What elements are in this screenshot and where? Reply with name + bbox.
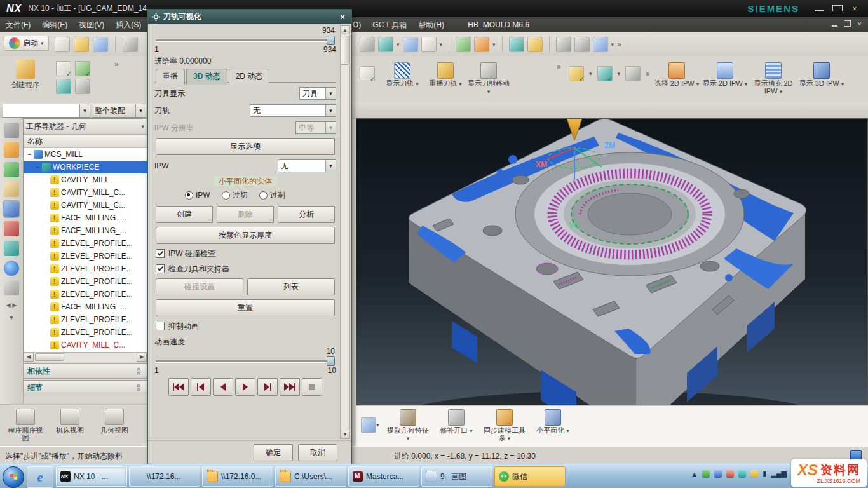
snap-point-icon[interactable]	[556, 37, 571, 52]
tree-node[interactable]: ZLEVEL_PROFILE...	[24, 237, 147, 250]
view-switch-button[interactable]: 机床视图	[50, 407, 90, 446]
slider-thumb[interactable]	[327, 356, 335, 366]
chevron-down-icon[interactable]: ▾	[407, 435, 410, 442]
tree-node[interactable]: ZLEVEL_PROFILE...	[24, 250, 147, 262]
measure-distance-icon[interactable]	[574, 37, 590, 52]
go-to-end-button[interactable]	[280, 378, 300, 396]
tree-expander-icon[interactable]: −	[34, 164, 41, 171]
selection-scope-dropdown[interactable]: 整个装配 ▾	[92, 104, 146, 118]
tree-node[interactable]: FACE_MILLING_...	[24, 212, 147, 224]
machine-simulate-icon[interactable]	[569, 66, 584, 81]
show-options-button[interactable]: 显示选项	[156, 138, 335, 155]
taskbar-item[interactable]: \\172.16.0...	[202, 466, 273, 487]
dialog-tab[interactable]: 2D 动态	[229, 69, 270, 85]
shaded-view-icon[interactable]	[403, 37, 418, 52]
dialog-title-bar[interactable]: 刀轨可视化 ×	[148, 10, 351, 24]
tray-network-icon[interactable]: ▂▄▆	[771, 470, 787, 478]
step-forward-button[interactable]	[257, 378, 278, 396]
machine-tool-navigator-icon[interactable]	[4, 221, 19, 236]
suppress-animation-row[interactable]: 抑制动画	[156, 320, 336, 332]
new-file-icon[interactable]	[55, 37, 70, 52]
dependencies-panel-header[interactable]: 相依性 ««	[23, 363, 147, 379]
tree-node[interactable]: CAVITY_MILL_C...	[24, 199, 147, 212]
details-panel-header[interactable]: 细节 ««	[23, 380, 147, 395]
ipw-button[interactable]: 选择 2D IPW ▾	[653, 61, 700, 88]
tree-node[interactable]: CAVITY_MILL	[24, 173, 147, 186]
tree-node[interactable]: ZLEVEL_PROFILE...	[24, 326, 147, 339]
chevron-down-icon[interactable]: ▾	[376, 422, 379, 428]
menu-item[interactable]: 文件(F)	[0, 17, 36, 33]
checkbox-icon[interactable]	[156, 249, 165, 258]
scroll-down-icon[interactable]: ▼	[341, 430, 349, 438]
assembly-navigator-icon[interactable]	[4, 142, 19, 158]
radio-option[interactable]: IPW	[185, 191, 210, 200]
taskbar-item[interactable]: 9 - 画图	[421, 466, 492, 487]
tree-node[interactable]: ZLEVEL_PROFILE...	[24, 313, 147, 326]
tray-red-app-icon[interactable]	[726, 470, 734, 478]
menu-item[interactable]: 帮助(H)	[412, 17, 450, 33]
grid-display-icon[interactable]	[360, 37, 375, 52]
ipw-button[interactable]: 显示 2D IPW ▾	[702, 61, 749, 88]
taskbar-item[interactable]: NX 10 - ...	[56, 466, 127, 487]
tray-yellow-app-icon[interactable]	[750, 470, 758, 478]
chevron-down-icon[interactable]: ▾	[325, 160, 336, 172]
modeling-button[interactable]: 同步建模工具条 ▾	[482, 407, 527, 442]
chevron-down-icon[interactable]: ▾	[397, 41, 400, 48]
background-icon[interactable]	[421, 37, 437, 52]
taskbar-item[interactable]: \\172.16...	[129, 466, 200, 487]
tray-expand-icon[interactable]: ▲	[691, 470, 698, 478]
chevron-down-icon[interactable]: ▾	[416, 81, 419, 87]
thickness-by-color-button[interactable]: 按颜色显示厚度	[156, 227, 335, 244]
exit-sketch-icon[interactable]	[474, 37, 489, 52]
web-browser-icon[interactable]	[4, 261, 19, 276]
open-file-icon[interactable]	[74, 37, 89, 52]
chevron-down-icon[interactable]: ▾	[611, 41, 614, 48]
create-program-button[interactable]: 创建程序	[3, 58, 48, 90]
taskbar-item[interactable]: Masterca...	[348, 466, 419, 487]
child-restore-button[interactable]	[844, 20, 851, 29]
start-button[interactable]	[3, 466, 24, 488]
tree-node[interactable]: − MCS_MILL	[24, 148, 147, 161]
scrollbar-thumb[interactable]	[341, 36, 349, 65]
view-switch-button[interactable]: 程序顺序视图	[5, 407, 46, 446]
true-shading-icon[interactable]	[509, 37, 524, 52]
dialog-tab[interactable]: 重播	[156, 69, 185, 85]
step-back-button[interactable]	[191, 378, 211, 396]
resource-bar-scroll-icon[interactable]: ▼	[0, 315, 23, 321]
resource-bar-expand-icon[interactable]: ◀ ▶	[0, 302, 23, 308]
chevron-down-icon[interactable]: ▾	[325, 105, 336, 116]
tray-blue-app-icon[interactable]	[714, 470, 722, 478]
chevron-down-icon[interactable]: ▾	[508, 435, 511, 442]
generate-toolpath-icon[interactable]	[56, 61, 71, 76]
taskbar-item[interactable]: 微信	[494, 466, 566, 487]
animation-speed-slider[interactable]	[156, 356, 335, 365]
scrollbar-thumb[interactable]	[35, 353, 64, 361]
selection-filter-combo[interactable]: ▾	[3, 104, 90, 118]
offset-region-icon[interactable]	[361, 417, 376, 433]
environment-label[interactable]: HB_MOULD M6.6	[462, 18, 535, 32]
chevron-down-icon[interactable]: ▾	[470, 428, 473, 434]
scroll-right-icon[interactable]: ▶	[137, 353, 147, 362]
confirm-toolpath-icon[interactable]	[360, 66, 375, 81]
ipw-button[interactable]: 显示 3D IPW ▾	[798, 61, 845, 88]
checkbox-icon[interactable]	[156, 322, 165, 330]
menu-item[interactable]: 编辑(E)	[36, 17, 73, 33]
tool-path-dropdown[interactable]: 无 ▾	[250, 104, 336, 117]
tree-node[interactable]: ZLEVEL_PROFILE...	[24, 262, 147, 275]
chevron-down-icon[interactable]: ▾	[696, 81, 700, 87]
chevron-down-icon[interactable]: ▾	[135, 104, 146, 117]
menu-item[interactable]: GC工具箱	[367, 17, 412, 33]
tree-expander-icon[interactable]: −	[26, 151, 33, 158]
gouge-check-icon[interactable]	[597, 66, 613, 81]
save-icon[interactable]	[93, 37, 108, 52]
toolpath-display-button[interactable]: 重播刀轨 ▾	[424, 61, 466, 88]
ipw-button[interactable]: 显示填充 2D IPW ▾	[750, 61, 797, 95]
tray-volume-icon[interactable]: ▮	[763, 470, 766, 478]
tree-node[interactable]: CAVITY_MILL_C...	[24, 339, 147, 351]
child-close-button[interactable]: ×	[857, 20, 862, 29]
menu-item[interactable]: 插入(S)	[110, 17, 147, 33]
radio-option[interactable]: 过切	[222, 190, 248, 201]
collapse-icon[interactable]: ««	[135, 384, 143, 391]
tree-node[interactable]: ZLEVEL_PROFILE...	[24, 288, 147, 301]
report-shortest-tool-icon[interactable]	[625, 66, 641, 81]
